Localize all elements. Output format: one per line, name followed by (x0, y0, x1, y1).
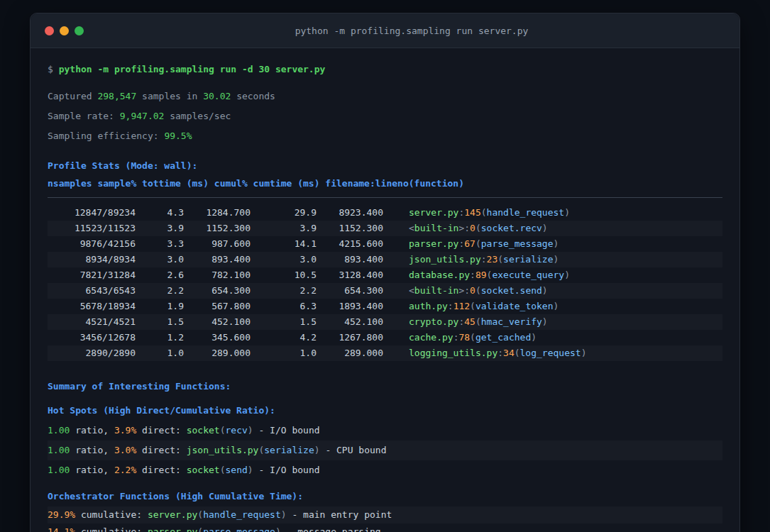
hot-spot-item: 1.00 ratio, 3.9% direct: socket(recv) - … (48, 421, 722, 440)
command-line: $ python -m profiling.sampling run -d 30… (48, 60, 722, 79)
table-row: 8934/89343.0893.4003.0893.400json_utils.… (48, 252, 722, 267)
maximize-window-button[interactable] (75, 26, 84, 35)
duration-value: 30.02 (203, 91, 231, 101)
minimize-window-button[interactable] (60, 26, 69, 35)
function-location: crypto.py:45(hmac_verify) (383, 314, 548, 330)
function-location: logging_utils.py:34(log_request) (383, 345, 586, 361)
function-location: parser.py:67(parse_message) (383, 236, 559, 252)
terminal-content: $ python -m profiling.sampling run -d 30… (31, 48, 739, 532)
table-row: 12847/892344.31284.70029.98923.400server… (48, 205, 722, 221)
terminal-window: python -m profiling.sampling run server.… (30, 13, 740, 532)
orchestrator-item: 14.1% cumulative: parser.py(parse_messag… (48, 523, 722, 532)
table-row: 4521/45211.5452.1001.5452.100crypto.py:4… (48, 314, 722, 330)
command-text: python -m profiling.sampling run -d 30 s… (59, 64, 326, 74)
rate-label: Sample rate: (48, 111, 120, 121)
profile-table: 12847/892344.31284.70029.98923.400server… (48, 205, 722, 361)
hot-spot-item: 1.00 ratio, 2.2% direct: socket(send) - … (48, 460, 722, 480)
function-location: database.py:89(execute_query) (383, 267, 570, 283)
table-row: 2890/28901.0289.0001.0289.000logging_uti… (48, 345, 722, 361)
hot-spots-list: 1.00 ratio, 3.9% direct: socket(recv) - … (48, 421, 722, 480)
window-controls (31, 26, 84, 35)
captured-mid-label: samples in (136, 91, 203, 101)
profile-stats-heading: Profile Stats (Mode: wall): (48, 156, 722, 176)
function-location: cache.py:78(get_cached) (383, 330, 537, 345)
window-title: python -m profiling.sampling run server.… (84, 26, 739, 36)
efficiency-label: Sampling efficiency: (48, 131, 164, 141)
table-row: 6543/65432.2654.3002.2654.300<built-in>:… (48, 283, 722, 299)
table-columns-header: nsamples sample% tottime (ms) cumul% cum… (48, 176, 722, 192)
summary-heading: Summary of Interesting Functions: (48, 377, 722, 397)
orchestrator-heading: Orchestrator Functions (High Cumulative … (48, 487, 722, 506)
hot-spot-item: 1.00 ratio, 3.0% direct: json_utils.py(s… (48, 440, 722, 460)
function-location: json_utils.py:23(serialize) (383, 252, 559, 267)
function-location: <built-in>:0(socket.recv) (383, 221, 548, 236)
rate-unit-label: samples/sec (164, 111, 231, 121)
table-row: 5678/189341.9567.8006.31893.400auth.py:1… (48, 299, 722, 314)
prompt-symbol: $ (48, 64, 59, 74)
table-divider (48, 197, 722, 198)
table-row: 7821/312842.6782.10010.53128.400database… (48, 267, 722, 283)
captured-stats-line: Captured 298,547 samples in 30.02 second… (48, 87, 722, 106)
close-window-button[interactable] (45, 26, 54, 35)
orchestrator-item: 29.9% cumulative: server.py(handle_reque… (48, 506, 722, 523)
function-location: <built-in>:0(socket.send) (383, 283, 548, 299)
orchestrator-list: 29.9% cumulative: server.py(handle_reque… (48, 506, 722, 532)
table-row: 9876/421563.3987.60014.14215.600parser.p… (48, 236, 722, 252)
function-location: server.py:145(handle_request) (383, 205, 570, 221)
sample-rate-line: Sample rate: 9,947.02 samples/sec (48, 106, 722, 126)
title-bar: python -m profiling.sampling run server.… (31, 13, 739, 48)
rate-value: 9,947.02 (120, 111, 165, 121)
captured-label: Captured (48, 91, 97, 101)
samples-count: 298,547 (97, 91, 136, 101)
hot-spots-heading: Hot Spots (High Direct/Cumulative Ratio)… (48, 401, 722, 421)
table-row: 3456/126781.2345.6004.21267.800cache.py:… (48, 330, 722, 345)
function-location: auth.py:112(validate_token) (383, 299, 559, 314)
sampling-efficiency-line: Sampling efficiency: 99.5% (48, 126, 722, 146)
seconds-label: seconds (231, 91, 275, 101)
efficiency-value: 99.5% (164, 131, 192, 141)
table-row: 11523/115233.91152.3003.91152.300<built-… (48, 221, 722, 236)
